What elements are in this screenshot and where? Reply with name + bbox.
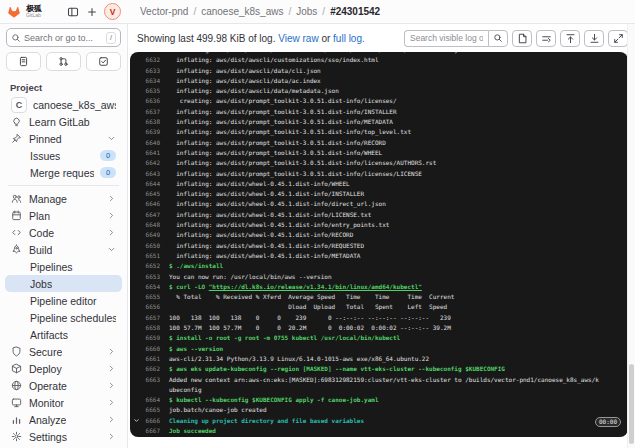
breadcrumb-item[interactable]: Vector-pnd <box>140 6 188 17</box>
todo-shortcut-button[interactable] <box>86 52 121 71</box>
sidebar-item-deploy[interactable]: Deploy <box>5 360 122 377</box>
chevron-right-icon <box>107 228 116 237</box>
sidebar-item-artifacts[interactable]: Artifacts <box>5 326 122 343</box>
view-raw-link[interactable]: View raw <box>278 33 318 44</box>
log-line-text: inflating: aws/dist/awscli/customization… <box>169 55 379 65</box>
sidebar-item-pipeline-schedules[interactable]: Pipeline schedules <box>5 309 122 326</box>
log-line-number[interactable]: 6662 <box>130 364 160 374</box>
log-line-number[interactable]: 6654 <box>130 282 160 292</box>
raw-log-button[interactable] <box>512 30 532 47</box>
scroll-to-top-button[interactable] <box>560 30 580 47</box>
breadcrumb-item[interactable]: canoese_k8s_aws <box>201 6 283 17</box>
fullscreen-button[interactable] <box>608 30 628 47</box>
page-scrollbar[interactable] <box>627 24 635 448</box>
sidebar-item-monitor[interactable]: Monitor <box>5 394 122 411</box>
log-line-number[interactable]: 6658 <box>130 323 160 333</box>
scroll-to-bottom-button[interactable] <box>584 30 604 47</box>
log-line: 6640 inflating: aws/dist/prompt_toolkit-… <box>130 138 628 148</box>
breadcrumb-separator: / <box>322 6 325 17</box>
sidebar-item-label: Artifacts <box>30 329 68 341</box>
log-line: 6636 creating: aws/dist/prompt_toolkit-3… <box>130 96 628 106</box>
log-line-number[interactable]: 6660 <box>130 344 160 354</box>
search-input[interactable]: Search or go to... / <box>6 28 121 47</box>
breadcrumb-item[interactable]: #24301542 <box>330 6 380 17</box>
sidebar-item-project[interactable]: C canoese_k8s_aws <box>5 96 122 113</box>
sidebar-item-pipeline-editor[interactable]: Pipeline editor <box>5 292 122 309</box>
sidebar-toggle-icon[interactable] <box>66 5 80 19</box>
log-link[interactable]: "https://dl.k8s.io/release/v1.34.1/bin/l… <box>209 283 422 290</box>
log-line-number[interactable]: 6651 <box>130 251 160 261</box>
sidebar-item-merge-requests[interactable]: Merge requests0 <box>5 164 122 181</box>
chevron-down-icon[interactable] <box>133 417 140 424</box>
log-line-number[interactable]: 6650 <box>130 241 160 251</box>
sidebar-item-secure[interactable]: Secure <box>5 343 122 360</box>
log-line-number[interactable]: 6659 <box>130 333 160 343</box>
log-line-number[interactable]: 6652 <box>130 261 160 271</box>
full-log-link[interactable]: full log. <box>333 33 365 44</box>
sidebar-item-build[interactable]: Build <box>5 241 122 258</box>
log-line: 6635 inflating: aws/dist/awscli/data/met… <box>130 86 628 96</box>
job-log-terminal[interactable]: 6631 inflating: aws/dist/awscli/customiz… <box>130 52 628 437</box>
log-line-text: $ kubectl --kubeconfig $KUBECONFIG apply… <box>169 395 379 405</box>
log-line-number[interactable]: 6645 <box>130 189 160 199</box>
user-avatar[interactable]: V <box>104 3 121 20</box>
log-line-text: aws-cli/2.31.34 Python/3.13.9 Linux/6.14… <box>169 354 429 364</box>
log-line: 6638 inflating: aws/dist/prompt_toolkit-… <box>130 117 628 127</box>
sidebar-item-learn-gitlab[interactable]: Learn GitLab <box>5 113 122 130</box>
sidebar-item-manage[interactable]: Manage <box>5 190 122 207</box>
scroll-top-icon <box>565 33 576 44</box>
log-line-number[interactable]: 6643 <box>130 169 160 179</box>
log-line-number[interactable]: 6648 <box>130 220 160 230</box>
issues-shortcut-button[interactable] <box>6 52 41 71</box>
breadcrumb-item[interactable]: Jobs <box>296 6 317 17</box>
log-line-number[interactable]: 6649 <box>130 230 160 240</box>
log-line: 6658100 57.7M 100 57.7M 0 0 20.2M 0 0:00… <box>130 323 628 333</box>
log-line: 6662$ aws eks update-kubeconfig --region… <box>130 364 628 374</box>
sidebar-item-settings[interactable]: Settings <box>5 428 122 445</box>
sidebar-item-operate[interactable]: Operate <box>5 377 122 394</box>
log-line-number[interactable]: 6664 <box>130 395 160 405</box>
sidebar-item-label: Plan <box>29 210 50 222</box>
scrollbar-thumb[interactable] <box>629 364 634 444</box>
sidebar-item-label: Analyze <box>29 414 66 426</box>
log-line-number[interactable]: 6663 <box>130 375 160 396</box>
sidebar-item-code[interactable]: Code <box>5 224 122 241</box>
log-line-number[interactable]: 6665 <box>130 405 160 415</box>
log-line-number[interactable]: 6644 <box>130 179 160 189</box>
showing-text: Showing last 499.98 KiB of log. <box>137 33 275 44</box>
wrap-lines-button[interactable] <box>536 30 556 47</box>
log-line-number[interactable]: 6647 <box>130 210 160 220</box>
gitlab-logo-icon[interactable] <box>7 5 21 19</box>
log-line-number[interactable]: 6635 <box>130 86 160 96</box>
sidebar-item-pipelines[interactable]: Pipelines <box>5 258 122 275</box>
log-line-number[interactable]: 6640 <box>130 138 160 148</box>
log-line-number[interactable]: 6657 <box>130 313 160 323</box>
sidebar-item-plan[interactable]: Plan <box>5 207 122 224</box>
sidebar-item-label: Operate <box>29 380 67 392</box>
log-line-number[interactable]: 6637 <box>130 107 160 117</box>
log-line-number[interactable]: 6667 <box>130 426 160 436</box>
log-line-number[interactable]: 6661 <box>130 354 160 364</box>
merge-requests-shortcut-button[interactable] <box>46 52 81 71</box>
log-line-number[interactable]: 6656 <box>130 302 160 312</box>
log-line-number[interactable]: 6636 <box>130 96 160 106</box>
create-new-icon[interactable] <box>85 5 99 19</box>
log-search-button[interactable] <box>488 30 508 47</box>
sidebar-item-analyze[interactable]: Analyze <box>5 411 122 428</box>
log-line-number[interactable]: 6653 <box>130 272 160 282</box>
log-line-number[interactable]: 6638 <box>130 117 160 127</box>
sidebar-item-issues[interactable]: Issues0 <box>5 147 122 164</box>
log-line-number[interactable]: 6641 <box>130 148 160 158</box>
log-line-number[interactable]: 6633 <box>130 66 160 76</box>
log-line-number[interactable]: 6646 <box>130 199 160 209</box>
log-search-input[interactable] <box>404 30 488 47</box>
log-line-number[interactable]: 6655 <box>130 292 160 302</box>
sidebar-item-jobs[interactable]: Jobs <box>5 275 122 292</box>
log-line-number[interactable]: 6642 <box>130 158 160 168</box>
settings-icon <box>11 431 23 442</box>
log-line-number[interactable]: 6634 <box>130 76 160 86</box>
sidebar-item-label: Pipelines <box>30 261 73 273</box>
log-line-number[interactable]: 6639 <box>130 127 160 137</box>
log-line-number[interactable]: 6632 <box>130 55 160 65</box>
sidebar-item-pinned[interactable]: Pinned <box>5 130 122 147</box>
